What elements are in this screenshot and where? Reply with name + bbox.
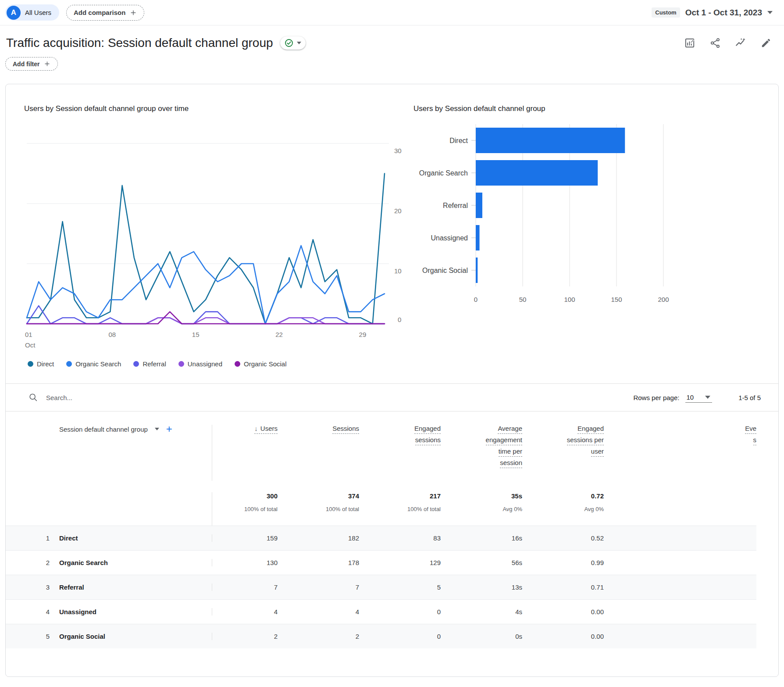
table-header-row: Session default channel group + ↓UsersSe… bbox=[6, 411, 756, 481]
totals-cell: 217100% of total bbox=[359, 492, 441, 526]
column-header-engaged-sessions[interactable]: Engagedsessions bbox=[359, 425, 441, 481]
insights-icon[interactable] bbox=[735, 37, 746, 49]
column-header-engaged-sessions-per-user[interactable]: Engagedsessions peruser bbox=[522, 425, 604, 481]
table-row[interactable]: 4Unassigned4404s0.00 bbox=[6, 599, 756, 624]
rows-per-page-label: Rows per page: bbox=[633, 394, 679, 401]
date-range[interactable]: Oct 1 - Oct 31, 2023 bbox=[685, 8, 762, 18]
edit-icon[interactable] bbox=[760, 37, 772, 49]
legend-item[interactable]: Referral bbox=[133, 360, 166, 368]
svg-text:100: 100 bbox=[564, 296, 575, 303]
totals-subtext: 100% of total bbox=[278, 506, 359, 512]
metric-cell: 5 bbox=[359, 583, 441, 591]
table-row[interactable]: 3Referral77513s0.71 bbox=[6, 575, 756, 599]
chevron-down-icon[interactable] bbox=[767, 11, 773, 14]
svg-text:Direct: Direct bbox=[449, 137, 468, 144]
line-chart[interactable]: 302010001Oct08152229 bbox=[24, 118, 412, 357]
chevron-down-icon bbox=[705, 396, 710, 399]
check-circle-icon bbox=[285, 39, 293, 47]
totals-value: 374 bbox=[278, 492, 359, 500]
metric-cell: 13s bbox=[441, 583, 522, 591]
customize-report-icon[interactable] bbox=[684, 37, 695, 49]
legend-item[interactable]: Direct bbox=[28, 360, 54, 368]
column-header-line: sessions per bbox=[567, 437, 604, 445]
svg-text:0: 0 bbox=[474, 296, 478, 303]
column-header-line: Engaged bbox=[577, 425, 604, 434]
add-dimension-button[interactable]: + bbox=[166, 425, 172, 433]
legend-dot bbox=[133, 361, 139, 367]
chevron-down-icon[interactable] bbox=[155, 428, 159, 430]
column-header-line: Engaged bbox=[414, 425, 441, 434]
column-header-line: Average bbox=[498, 425, 522, 434]
bar-chart[interactable]: 050100150200DirectOrganic SearchReferral… bbox=[413, 118, 677, 319]
add-filter-button[interactable]: Add filter bbox=[5, 57, 58, 71]
data-quality-badge[interactable] bbox=[280, 36, 306, 50]
column-header-line: Eve bbox=[745, 425, 756, 434]
legend-label: Unassigned bbox=[188, 360, 222, 368]
column-header-line: ↓Users bbox=[254, 425, 278, 434]
table-body: 1Direct1591828316s0.522Organic Search130… bbox=[6, 526, 778, 648]
column-header-eve-s[interactable]: Eves bbox=[604, 425, 756, 481]
custom-badge: Custom bbox=[652, 7, 680, 18]
dimension-header[interactable]: Session default channel group bbox=[59, 426, 148, 433]
dimension-cell: 1Direct bbox=[6, 534, 212, 542]
legend-label: Referral bbox=[143, 360, 166, 368]
rows-per-page-value: 10 bbox=[686, 394, 694, 401]
svg-text:50: 50 bbox=[519, 296, 527, 303]
chevron-down-icon bbox=[297, 42, 301, 44]
rows-per-page-select[interactable]: 10 bbox=[685, 392, 712, 403]
column-header-line: user bbox=[591, 448, 604, 457]
totals-value: 0.72 bbox=[522, 492, 604, 500]
svg-text:08: 08 bbox=[108, 331, 116, 338]
column-header-sessions[interactable]: Sessions bbox=[278, 425, 359, 481]
channel-name: Organic Social bbox=[59, 633, 105, 640]
svg-text:20: 20 bbox=[394, 207, 402, 215]
table-row[interactable]: 2Organic Search13017812956s0.99 bbox=[6, 550, 756, 575]
legend-dot bbox=[28, 361, 33, 367]
table-toolbar: Rows per page: 10 1-5 of 5 bbox=[6, 383, 778, 411]
svg-text:15: 15 bbox=[192, 331, 200, 338]
metric-cell: 0.99 bbox=[522, 559, 604, 566]
metric-cell: 4s bbox=[441, 608, 522, 615]
svg-text:Referral: Referral bbox=[443, 202, 468, 209]
all-users-chip[interactable]: A All Users bbox=[5, 4, 59, 21]
table-row[interactable]: 5Organic Social2200s0.00 bbox=[6, 624, 756, 648]
legend-item[interactable]: Organic Search bbox=[66, 360, 121, 368]
svg-text:22: 22 bbox=[275, 331, 283, 338]
totals-cell bbox=[604, 492, 756, 526]
column-header-average-engagement-time-per-session[interactable]: Averageengagementtime persession bbox=[441, 425, 522, 481]
add-comparison-button[interactable]: Add comparison bbox=[66, 5, 144, 21]
metric-cell: 16s bbox=[441, 534, 522, 542]
column-header-line: Sessions bbox=[332, 425, 359, 434]
report-header: Traffic acquisition: Session default cha… bbox=[0, 25, 784, 50]
search-icon bbox=[29, 393, 38, 402]
line-chart-title: Users by Session default channel group o… bbox=[24, 96, 413, 118]
legend-item[interactable]: Unassigned bbox=[178, 360, 222, 368]
totals-cell: 300100% of total bbox=[212, 492, 278, 526]
column-header-users[interactable]: ↓Users bbox=[212, 425, 278, 481]
dimension-cell: 4Unassigned bbox=[6, 608, 212, 615]
share-icon[interactable] bbox=[709, 37, 721, 49]
table-row[interactable]: 1Direct1591828316s0.52 bbox=[6, 526, 756, 550]
svg-text:150: 150 bbox=[611, 296, 622, 303]
channel-name: Organic Search bbox=[59, 559, 108, 566]
metric-cell: 0.00 bbox=[522, 633, 604, 640]
metric-cell: 2 bbox=[278, 633, 359, 640]
metric-cell: 159 bbox=[212, 534, 278, 542]
metric-cell: 56s bbox=[441, 559, 522, 566]
legend-label: Organic Social bbox=[244, 360, 287, 368]
svg-text:Organic Social: Organic Social bbox=[422, 267, 468, 274]
svg-text:29: 29 bbox=[359, 331, 367, 338]
row-number: 1 bbox=[40, 534, 50, 542]
totals-subtext: 100% of total bbox=[212, 506, 278, 512]
metric-cell: 2 bbox=[212, 633, 278, 640]
metric-cell: 0.71 bbox=[522, 583, 604, 591]
metric-cell: 129 bbox=[359, 559, 441, 566]
totals-value: 217 bbox=[359, 492, 441, 500]
search-input[interactable] bbox=[45, 394, 229, 402]
dimension-cell: 3Referral bbox=[6, 583, 212, 591]
row-number: 3 bbox=[40, 583, 50, 591]
all-users-label: All Users bbox=[25, 9, 51, 16]
channel-name: Referral bbox=[59, 583, 84, 591]
column-header-line: session bbox=[500, 459, 522, 468]
legend-item[interactable]: Organic Social bbox=[235, 360, 287, 368]
